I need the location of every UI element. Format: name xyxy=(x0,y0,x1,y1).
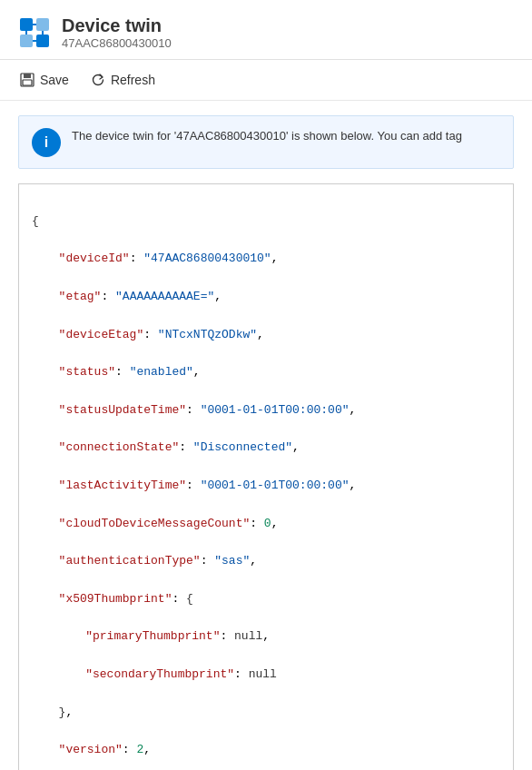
save-icon xyxy=(20,73,34,87)
json-deviceEtag: "deviceEtag": "NTcxNTQzODkw", xyxy=(44,326,500,345)
save-button[interactable]: Save xyxy=(18,69,71,91)
json-status: "status": "enabled", xyxy=(44,363,500,382)
json-statusUpdateTime: "statusUpdateTime": "0001-01-01T00:00:00… xyxy=(44,401,500,420)
json-cloudToDevice: "cloudToDeviceMessageCount": 0, xyxy=(44,515,500,534)
json-x509: "x509Thumbprint": { xyxy=(44,590,500,609)
header-text: Device twin 47AAC86800430010 xyxy=(62,15,172,50)
json-secondaryThumb: "secondaryThumbprint": null xyxy=(57,666,500,685)
json-primaryThumb: "primaryThumbprint": null, xyxy=(57,627,500,647)
save-label: Save xyxy=(40,73,69,87)
refresh-button[interactable]: Refresh xyxy=(89,69,157,91)
json-lastActivityTime: "lastActivityTime": "0001-01-01T00:00:00… xyxy=(44,477,500,496)
json-editor[interactable]: { "deviceId": "47AAC86800430010", "etag"… xyxy=(18,183,514,770)
device-twin-icon xyxy=(18,16,51,49)
toolbar: Save Refresh xyxy=(0,60,532,101)
svg-rect-9 xyxy=(24,74,31,78)
header: Device twin 47AAC86800430010 xyxy=(0,0,532,60)
json-etag: "etag": "AAAAAAAAAAE=", xyxy=(44,288,500,307)
device-id-subtitle: 47AAC86800430010 xyxy=(62,36,172,50)
refresh-label: Refresh xyxy=(111,73,155,87)
json-open-brace: { xyxy=(32,212,500,232)
info-icon: i xyxy=(32,128,61,157)
json-x509-close: }, xyxy=(44,704,500,723)
json-deviceId: "deviceId": "47AAC86800430010", xyxy=(44,250,500,269)
json-connectionState: "connectionState": "Disconnected", xyxy=(44,439,500,458)
refresh-icon xyxy=(91,73,105,87)
svg-rect-0 xyxy=(20,18,33,31)
info-text: The device twin for '47AAC86800430010' i… xyxy=(72,127,462,145)
info-banner: i The device twin for '47AAC86800430010'… xyxy=(18,115,514,169)
json-version: "version": 2, xyxy=(44,741,500,760)
page-title: Device twin xyxy=(62,15,172,36)
svg-rect-10 xyxy=(23,80,32,85)
svg-rect-1 xyxy=(36,18,49,31)
svg-rect-2 xyxy=(20,35,33,47)
svg-rect-3 xyxy=(36,35,49,47)
json-authType: "authenticationType": "sas", xyxy=(44,552,500,571)
